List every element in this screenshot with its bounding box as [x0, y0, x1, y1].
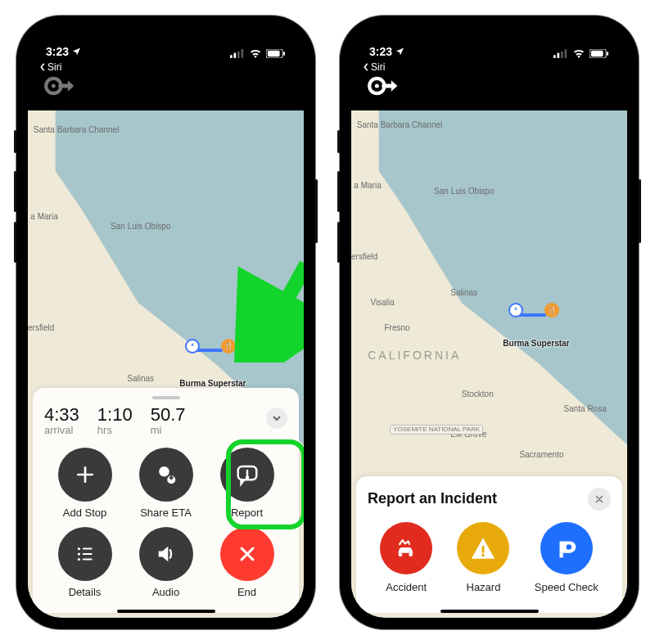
svg-point-14: [77, 547, 79, 549]
add-stop-label: Add Stop: [63, 507, 107, 519]
svg-point-34: [566, 544, 571, 550]
svg-rect-19: [82, 558, 92, 560]
collapse-button[interactable]: [266, 408, 287, 429]
hazard-button[interactable]: Hazard: [457, 522, 509, 593]
svg-rect-23: [565, 49, 567, 58]
speed-check-label: Speed Check: [535, 581, 599, 593]
location-arrow-icon: [395, 47, 404, 56]
duration-label: hrs: [97, 424, 133, 436]
duration-metric: 1:10 hrs: [97, 406, 133, 436]
hazard-icon: [469, 534, 497, 562]
drag-handle[interactable]: [152, 396, 180, 399]
map-city-label: Fresno: [384, 323, 409, 332]
destination-pin-icon: 🍴: [544, 303, 559, 317]
plus-icon: [75, 464, 96, 485]
svg-rect-17: [82, 552, 92, 554]
speaker-icon: [155, 543, 178, 565]
roundabout-exit-icon: [366, 72, 399, 100]
action-grid: Add Stop Share ETA Report Details Audio: [44, 448, 287, 598]
trip-summary: 4:33 arrival 1:10 hrs 50.7 mi: [44, 406, 287, 436]
park-label: YOSEMITE NATIONAL PARK: [390, 425, 483, 435]
battery-icon: [266, 49, 286, 58]
svg-point-16: [77, 552, 79, 555]
svg-rect-31: [482, 546, 485, 553]
wifi-icon: [249, 49, 262, 58]
home-indicator[interactable]: [440, 610, 539, 613]
map-city-label: Sacramento: [520, 450, 564, 459]
share-eta-icon: [154, 462, 178, 487]
map-city-label: San Luis Obispo: [434, 187, 494, 196]
speed-check-button[interactable]: Speed Check: [535, 522, 599, 593]
svg-rect-2: [237, 51, 240, 57]
svg-rect-25: [591, 50, 603, 56]
svg-rect-6: [283, 52, 285, 56]
distance-label: mi: [151, 424, 186, 436]
navigation-banner: [351, 61, 627, 110]
svg-point-8: [52, 83, 56, 88]
svg-rect-0: [230, 55, 233, 58]
svg-rect-22: [561, 51, 563, 57]
svg-point-10: [159, 466, 169, 477]
arrival-metric: 4:33 arrival: [44, 406, 79, 436]
roundabout-exit-icon: [43, 72, 75, 100]
map-city-label: a Maria: [354, 181, 381, 190]
accident-label: Accident: [386, 581, 427, 593]
distance-val: 50.7: [151, 406, 186, 424]
list-icon: [75, 543, 96, 565]
map-city-label: ersfield: [28, 323, 54, 332]
notch: [424, 27, 555, 48]
svg-rect-26: [607, 52, 608, 56]
signal-icon: [553, 49, 568, 58]
arrival-label: arrival: [44, 424, 79, 436]
map-city-label: Santa Barbara Channel: [34, 125, 120, 134]
map-city-label: Visalia: [371, 298, 395, 307]
accident-button[interactable]: Accident: [380, 522, 432, 593]
svg-rect-3: [242, 49, 244, 58]
back-to-siri[interactable]: Siri: [363, 61, 385, 73]
notch: [101, 27, 232, 48]
report-incident-card: Report an Incident Accident Hazard Speed…: [356, 476, 622, 613]
signal-icon: [230, 49, 245, 58]
report-incident-title: Report an Incident: [368, 490, 497, 507]
svg-rect-15: [82, 547, 92, 549]
hazard-label: Hazard: [467, 581, 501, 593]
back-app-label: Siri: [47, 61, 61, 73]
audio-label: Audio: [152, 586, 179, 598]
current-location-icon: [185, 339, 200, 354]
status-indicators: [553, 49, 609, 58]
svg-rect-20: [553, 55, 556, 58]
share-eta-button[interactable]: Share ETA: [139, 448, 193, 519]
add-stop-button[interactable]: Add Stop: [58, 448, 112, 519]
speed-check-icon: [553, 534, 580, 562]
status-time: 3:23: [46, 45, 69, 58]
home-indicator[interactable]: [117, 610, 215, 613]
svg-rect-1: [234, 52, 237, 57]
end-label: End: [237, 586, 256, 598]
report-label: Report: [231, 507, 263, 519]
svg-rect-21: [558, 52, 560, 57]
svg-point-28: [375, 83, 379, 88]
svg-point-18: [77, 557, 79, 560]
report-button[interactable]: Report: [220, 448, 274, 519]
report-icon: [235, 462, 260, 487]
chevron-down-icon: [272, 413, 282, 423]
details-button[interactable]: Details: [58, 527, 112, 598]
map-state-label: CALIFORNIA: [368, 349, 461, 362]
end-button[interactable]: End: [220, 527, 274, 598]
chevron-left-icon: [39, 63, 46, 71]
map-city-label: San Luis Obispo: [111, 222, 170, 231]
map-city-label: Salinas: [450, 288, 477, 297]
accident-icon: [392, 534, 420, 562]
wifi-icon: [572, 49, 585, 58]
chevron-left-icon: [363, 63, 369, 71]
audio-button[interactable]: Audio: [139, 527, 193, 598]
close-icon: [237, 544, 257, 564]
location-arrow-icon: [72, 47, 81, 56]
svg-point-13: [246, 476, 248, 478]
map-city-label: Santa Barbara Channel: [357, 120, 443, 129]
close-button[interactable]: [588, 488, 611, 511]
iphone-right: 3:23 Siri Santa Barbara Channel a Maria …: [340, 16, 639, 629]
screen-right: 3:23 Siri Santa Barbara Channel a Maria …: [351, 27, 627, 618]
map-city-label: Stockton: [462, 390, 494, 399]
back-to-siri[interactable]: Siri: [39, 61, 61, 73]
